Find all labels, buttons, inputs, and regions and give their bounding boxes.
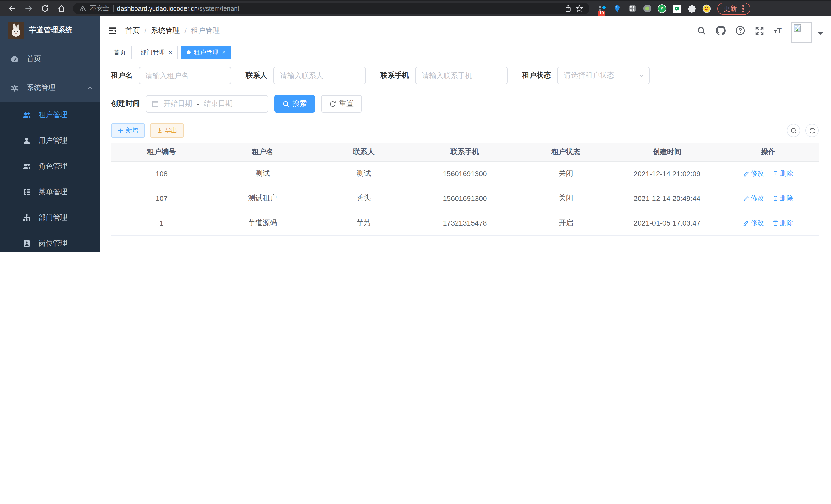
table-tools	[787, 124, 819, 137]
search-icon[interactable]	[697, 26, 706, 35]
mobile-input[interactable]	[415, 67, 508, 84]
breadcrumb-item-home[interactable]: 首页	[125, 26, 140, 35]
edit-link[interactable]: 修改	[743, 194, 764, 203]
date-range-picker[interactable]: 开始日期 - 结束日期	[146, 95, 268, 113]
tab-label: 部门管理	[140, 48, 165, 57]
plus-icon	[118, 128, 123, 133]
menu-tree-icon	[23, 188, 31, 196]
help-icon[interactable]	[736, 26, 745, 35]
search-button[interactable]: 搜索	[275, 95, 315, 113]
app-logo-row: 芋道管理系统	[0, 16, 100, 45]
table-row: 107 测试租户 秃头 15601691300 关闭 2021-12-14 20…	[111, 186, 819, 211]
font-size-icon[interactable]: TT	[774, 27, 782, 34]
browser-update-button[interactable]: 更新	[717, 2, 750, 14]
sidebar-item-role[interactable]: 角色管理	[0, 154, 100, 179]
sidebar-item-home[interactable]: 首页	[0, 45, 100, 73]
fullscreen-icon[interactable]	[755, 26, 765, 35]
cell-create-time: 2021-12-14 21:02:09	[617, 161, 717, 186]
col-tenant-id: 租户编号	[111, 143, 212, 161]
toggle-search-button[interactable]	[787, 124, 800, 137]
status-select[interactable]: 请选择租户状态	[557, 67, 650, 84]
sidebar-item-dept[interactable]: 部门管理	[0, 205, 100, 231]
app-title: 芋道管理系统	[29, 26, 73, 35]
browser-forward-icon[interactable]	[22, 2, 35, 15]
cell-mobile: 17321315478	[414, 211, 515, 235]
cell-tenant-name: 测试租户	[212, 186, 313, 211]
search-icon	[283, 100, 289, 107]
col-create-time: 创建时间	[617, 143, 717, 161]
sidebar-item-menu[interactable]: 菜单管理	[0, 179, 100, 205]
sidebar-item-post[interactable]: 岗位管理	[0, 231, 100, 252]
tenants-icon	[23, 111, 31, 119]
edit-icon	[743, 195, 749, 201]
sidebar-collapse-icon[interactable]	[108, 26, 117, 35]
extension-balloon-icon[interactable]	[612, 4, 622, 13]
sidebar-item-label: 岗位管理	[38, 239, 93, 248]
close-icon[interactable]: ×	[222, 49, 226, 56]
export-button[interactable]: 导出	[150, 123, 184, 138]
add-button-label: 新增	[126, 126, 138, 135]
contact-input[interactable]	[274, 67, 366, 84]
delete-link[interactable]: 删除	[772, 194, 793, 203]
breadcrumb: 首页 / 系统管理 / 租户管理	[125, 26, 220, 35]
sidebar-item-label: 部门管理	[38, 213, 93, 223]
status-label: 租户状态	[522, 71, 551, 80]
tenant-table: 租户编号 租户名 联系人 联系手机 租户状态 创建时间 操作 108 测试	[111, 143, 819, 236]
add-button[interactable]: 新增	[111, 123, 145, 138]
breadcrumb-item-system[interactable]: 系统管理	[151, 26, 180, 35]
site-url[interactable]: dashboard.yudao.iocoder.cn/system/tenant	[117, 5, 239, 12]
extension-y-icon[interactable]: Y	[657, 4, 666, 13]
edit-icon	[743, 171, 749, 177]
main-panel: 首页 / 系统管理 / 租户管理	[100, 16, 831, 252]
browser-reload-icon[interactable]	[38, 2, 51, 15]
tab-tenant[interactable]: 租户管理 ×	[181, 46, 231, 59]
chevron-up-icon	[87, 85, 93, 91]
bookmark-star-icon[interactable]	[576, 5, 583, 12]
avatar[interactable]	[792, 22, 812, 42]
refresh-table-button[interactable]	[805, 124, 819, 137]
sidebar-item-tenant[interactable]: 租户管理	[0, 102, 100, 128]
security-warning-icon[interactable]	[79, 5, 86, 12]
edit-link[interactable]: 修改	[743, 169, 764, 178]
avatar-caret-icon[interactable]	[818, 31, 823, 35]
cell-status: 关闭	[515, 186, 617, 211]
mobile-label: 联系手机	[380, 71, 409, 80]
date-separator: -	[197, 100, 199, 108]
extension-record-icon[interactable]	[642, 4, 652, 13]
reset-button[interactable]: 重置	[321, 95, 362, 113]
sidebar-item-label: 角色管理	[38, 162, 93, 171]
cell-create-time: 2021-01-05 17:03:47	[617, 211, 717, 235]
browser-menu-kebab-icon[interactable]	[742, 4, 744, 12]
sidebar: 芋道管理系统 首页 系统管理 租户管理	[0, 16, 100, 252]
extension-puzzle-icon[interactable]	[687, 4, 696, 13]
contact-group: 联系人	[246, 67, 366, 84]
trash-icon	[772, 171, 778, 177]
breadcrumb-separator: /	[184, 26, 187, 35]
trash-icon	[772, 195, 778, 201]
tab-home[interactable]: 首页	[108, 46, 132, 59]
share-icon[interactable]	[564, 5, 572, 12]
sidebar-item-user[interactable]: 用户管理	[0, 128, 100, 154]
edit-link[interactable]: 修改	[743, 218, 764, 228]
delete-link[interactable]: 删除	[772, 169, 793, 178]
col-contact: 联系人	[313, 143, 414, 161]
user-icon	[23, 137, 31, 145]
app-window: 不安全 dashboard.yudao.iocoder.cn/system/te…	[0, 0, 831, 252]
omnibox[interactable]: 不安全 dashboard.yudao.iocoder.cn/system/te…	[73, 3, 590, 14]
tenant-name-input[interactable]	[139, 67, 231, 84]
browser-home-icon[interactable]	[55, 2, 68, 15]
sidebar-item-system[interactable]: 系统管理	[0, 73, 100, 102]
tab-dept[interactable]: 部门管理 ×	[135, 46, 178, 59]
github-icon[interactable]	[716, 26, 726, 35]
cell-status: 开启	[515, 211, 617, 235]
extension-grid-icon[interactable]: 10	[598, 4, 607, 13]
browser-back-icon[interactable]	[5, 2, 19, 15]
close-icon[interactable]: ×	[169, 49, 172, 56]
contact-label: 联系人	[246, 71, 267, 80]
not-secure-label[interactable]: 不安全	[90, 4, 109, 13]
extension-chat-icon[interactable]	[672, 4, 682, 13]
extension-command-icon[interactable]	[628, 4, 637, 13]
extension-emoji-avatar[interactable]	[702, 4, 711, 13]
delete-link[interactable]: 删除	[772, 218, 793, 228]
cell-mobile: 15601691300	[414, 186, 515, 211]
